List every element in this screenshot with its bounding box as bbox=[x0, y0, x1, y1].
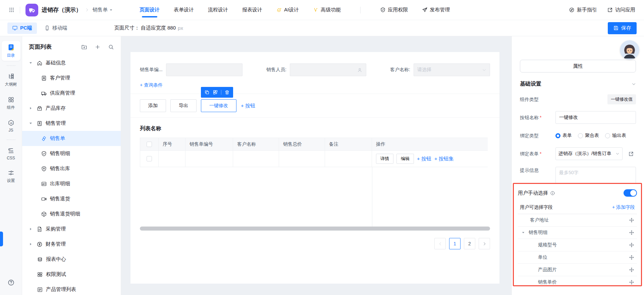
field-row-customer-address[interactable]: 客户地址 bbox=[518, 214, 637, 227]
add-button[interactable]: 添加 bbox=[140, 99, 166, 112]
tab-publish-management[interactable]: 发布管理 bbox=[422, 0, 450, 20]
page-1-button[interactable]: 1 bbox=[449, 238, 461, 249]
text-input[interactable] bbox=[293, 67, 357, 72]
caret-down-icon[interactable] bbox=[521, 231, 527, 235]
next-page-button[interactable] bbox=[479, 238, 490, 249]
page-item-product-inventory[interactable]: 产品库存 bbox=[22, 101, 121, 116]
device-tab-pc[interactable]: PC端 bbox=[7, 22, 37, 34]
table-row: 详情 编辑 + 按钮 + 按钮集 bbox=[140, 150, 490, 167]
open-form-external-button[interactable] bbox=[626, 149, 636, 159]
tab-ai-design[interactable]: AI设计 bbox=[276, 0, 299, 20]
rail-item-outline-tree[interactable]: 大纲树 bbox=[2, 70, 20, 90]
edit-button[interactable]: 编辑 bbox=[396, 154, 414, 164]
tab-app-permissions[interactable]: 应用权限 bbox=[380, 0, 408, 20]
move-handle-icon[interactable] bbox=[629, 280, 634, 285]
page-item-basic-info[interactable]: 基础信息 bbox=[22, 55, 121, 70]
move-handle-icon[interactable] bbox=[629, 255, 634, 260]
page-item-customer-mgmt[interactable]: 客户管理 bbox=[22, 70, 121, 86]
save-button[interactable]: 保存 bbox=[608, 22, 637, 34]
page-item-outbound-detail[interactable]: 出库明细 bbox=[22, 176, 121, 191]
add-page-icon[interactable] bbox=[95, 44, 101, 50]
basic-settings-section-header[interactable]: 基础设置 bbox=[520, 81, 636, 88]
one-click-modify-button[interactable]: 一键修改 bbox=[201, 99, 236, 112]
add-button-set-link[interactable]: + 按钮集 bbox=[434, 156, 454, 162]
app-grid-menu-button[interactable] bbox=[9, 7, 14, 13]
radio-form[interactable]: 表单 bbox=[555, 133, 572, 139]
tab-report-design[interactable]: 报表设计 bbox=[242, 0, 262, 20]
device-tab-mobile[interactable]: 移动端 bbox=[44, 25, 67, 31]
sales-order-no-input[interactable] bbox=[166, 63, 243, 76]
tab-advanced-features[interactable]: 高级功能 bbox=[313, 0, 341, 20]
export-button[interactable]: 导出 bbox=[170, 99, 197, 112]
move-handle-icon[interactable] bbox=[629, 217, 634, 223]
app-logo-icon[interactable] bbox=[25, 4, 38, 16]
page-item-sales-order[interactable]: 销售单 bbox=[22, 131, 121, 146]
user-avatar[interactable] bbox=[620, 40, 639, 60]
rail-item-settings[interactable]: 设置 bbox=[2, 167, 20, 186]
page-item-sales-return-detail[interactable]: 销售退货明细 bbox=[22, 206, 121, 222]
prev-page-button[interactable] bbox=[434, 238, 446, 249]
page-item-report-center[interactable]: 报表中心 bbox=[22, 252, 121, 267]
field-row-unit[interactable]: 单位 bbox=[518, 251, 637, 264]
add-row-button-link[interactable]: + 按钮 bbox=[417, 156, 431, 162]
horizontal-scrollbar[interactable] bbox=[140, 227, 490, 231]
button-name-input[interactable] bbox=[555, 111, 636, 124]
page-2-button[interactable]: 2 bbox=[464, 238, 475, 249]
breadcrumb-page-selector[interactable]: 销售单 bbox=[93, 7, 113, 13]
tab-form-design[interactable]: 表单设计 bbox=[174, 0, 194, 20]
caret-right-icon[interactable] bbox=[28, 105, 34, 111]
page-item-sales-outbound[interactable]: 销售出库 bbox=[22, 161, 121, 176]
page-item-sales-mgmt[interactable]: 销售管理 bbox=[22, 116, 121, 131]
radio-aggregate-table[interactable]: 聚合表 bbox=[578, 133, 599, 139]
tab-page-design[interactable]: 页面设计 bbox=[140, 0, 160, 20]
bind-form-select[interactable]: 进销存（演示）/销售订单 bbox=[555, 147, 623, 160]
caret-right-icon[interactable] bbox=[28, 226, 34, 232]
page-item-product-mgmt-list[interactable]: 产品管理列表 bbox=[22, 282, 121, 295]
trash-icon[interactable] bbox=[224, 90, 230, 95]
add-field-link[interactable]: + 添加字段 bbox=[612, 204, 635, 210]
page-item-sales-return[interactable]: 销售退货 bbox=[22, 191, 121, 206]
field-row-product-image[interactable]: 产品图片 bbox=[518, 264, 637, 276]
caret-down-icon[interactable] bbox=[28, 120, 34, 127]
move-handle-icon[interactable] bbox=[629, 242, 634, 248]
visit-app-button[interactable]: 访问应用 bbox=[607, 7, 635, 13]
manual-select-toggle[interactable] bbox=[624, 189, 637, 197]
caret-right-icon[interactable] bbox=[28, 241, 34, 247]
add-query-condition-link[interactable]: + 查询条件 bbox=[140, 82, 163, 88]
rail-item-css[interactable]: CSS bbox=[2, 145, 20, 163]
rail-item-catalog[interactable]: 目录 bbox=[2, 41, 20, 61]
row-checkbox[interactable] bbox=[147, 156, 152, 161]
caret-down-icon[interactable] bbox=[28, 60, 34, 66]
add-action-button-link[interactable]: + 按钮 bbox=[241, 103, 255, 109]
help-button[interactable] bbox=[7, 279, 15, 288]
properties-tab[interactable]: 属性 bbox=[520, 60, 636, 72]
duplicate-layout-icon[interactable] bbox=[213, 90, 218, 95]
rail-item-components[interactable]: 组件 bbox=[2, 94, 20, 113]
page-item-permission-test[interactable]: 权限测试 bbox=[22, 267, 121, 282]
beginner-guide-button[interactable]: 新手指引 bbox=[569, 7, 597, 13]
column-header: 销售单编号 bbox=[185, 138, 233, 150]
tab-flow-design[interactable]: 流程设计 bbox=[208, 0, 228, 20]
field-row-sales-detail[interactable]: 销售明细 bbox=[518, 227, 637, 239]
field-row-spec-model[interactable]: 规格型号 bbox=[518, 239, 637, 251]
move-handle-icon[interactable] bbox=[629, 230, 634, 235]
select-all-checkbox[interactable] bbox=[147, 142, 152, 147]
customer-name-select[interactable]: 请选择 bbox=[414, 63, 490, 76]
field-row-sales-unit-price[interactable]: 销售单价 bbox=[518, 276, 637, 286]
page-item-sales-detail[interactable]: 销售明细 bbox=[22, 146, 121, 161]
detail-button[interactable]: 详情 bbox=[376, 154, 393, 164]
move-handle-icon[interactable] bbox=[629, 267, 634, 273]
page-item-finance-mgmt[interactable]: 财务管理 bbox=[22, 237, 121, 252]
sales-person-input[interactable] bbox=[290, 63, 366, 76]
page-item-purchase-mgmt[interactable]: 采购管理 bbox=[22, 222, 121, 237]
page-item-supplier-mgmt[interactable]: 供应商管理 bbox=[22, 86, 121, 101]
text-input[interactable] bbox=[170, 67, 239, 72]
left-collapse-handle[interactable] bbox=[0, 232, 3, 246]
add-folder-icon[interactable] bbox=[81, 44, 87, 50]
radio-output-table[interactable]: 输出表 bbox=[605, 133, 626, 139]
search-icon[interactable] bbox=[108, 44, 114, 50]
copy-icon[interactable] bbox=[204, 90, 210, 95]
rail-label: 组件 bbox=[7, 105, 15, 110]
rail-item-js[interactable]: JS bbox=[2, 117, 20, 135]
page-size-value[interactable]: 自适应宽度 880 bbox=[141, 25, 176, 31]
